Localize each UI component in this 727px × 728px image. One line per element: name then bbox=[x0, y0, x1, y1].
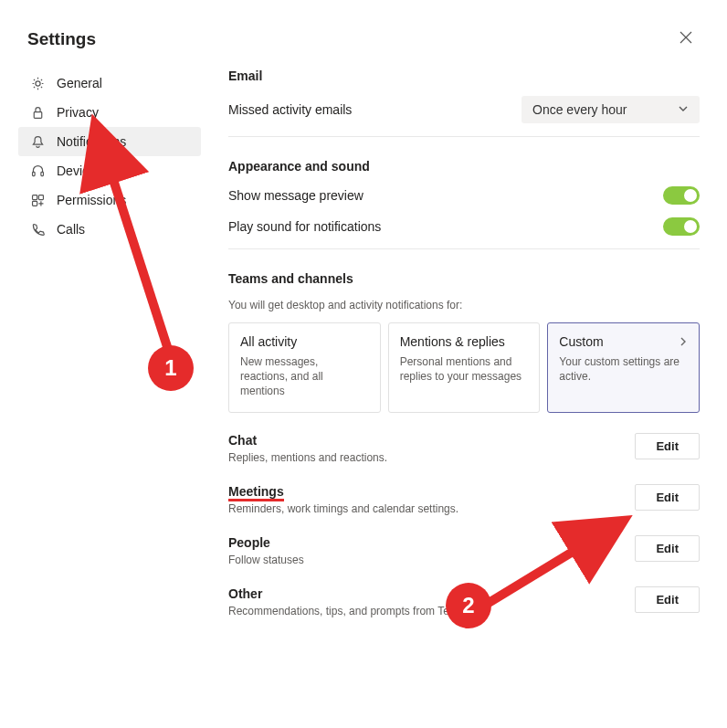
svg-rect-3 bbox=[40, 172, 43, 175]
svg-rect-2 bbox=[32, 172, 35, 175]
headset-icon bbox=[29, 163, 46, 179]
section-title: People bbox=[228, 535, 626, 550]
section-desc: Follow statuses bbox=[228, 554, 626, 566]
close-icon[interactable] bbox=[672, 26, 700, 52]
other-edit-button[interactable]: Edit bbox=[635, 586, 700, 613]
sidebar-item-label: General bbox=[57, 76, 102, 90]
section-title: Other bbox=[228, 586, 626, 601]
card-desc: Your custom settings are active. bbox=[559, 354, 688, 384]
card-mentions-replies[interactable]: Mentions & replies Personal mentions and… bbox=[388, 322, 541, 413]
section-divider bbox=[228, 136, 700, 137]
sidebar-item-label: Notifications bbox=[57, 134, 126, 149]
sidebar-item-label: Privacy bbox=[57, 105, 99, 120]
missed-emails-label: Missed activity emails bbox=[228, 102, 352, 117]
sidebar-item-general[interactable]: General bbox=[18, 69, 201, 98]
play-sound-toggle[interactable] bbox=[663, 217, 700, 236]
message-preview-toggle[interactable] bbox=[663, 186, 700, 205]
play-sound-label: Play sound for notifications bbox=[228, 219, 381, 234]
annotation-marker-1: 1 bbox=[148, 345, 194, 391]
svg-rect-4 bbox=[32, 195, 37, 199]
annotation-marker-2: 2 bbox=[446, 583, 491, 628]
teams-subtext: You will get desktop and activity notifi… bbox=[228, 299, 700, 311]
sidebar-item-notifications[interactable]: Notifications bbox=[18, 127, 201, 156]
section-title: Meetings bbox=[228, 484, 284, 499]
section-heading-email: Email bbox=[228, 69, 700, 83]
section-desc: Replies, mentions and reactions. bbox=[228, 451, 626, 464]
meetings-edit-button[interactable]: Edit bbox=[635, 484, 700, 511]
section-meetings: Meetings Reminders, work timings and cal… bbox=[228, 484, 700, 515]
svg-rect-6 bbox=[32, 201, 37, 206]
missed-emails-select[interactable]: Once every hour bbox=[522, 96, 700, 123]
section-desc: Recommendations, tips, and prompts from … bbox=[228, 605, 626, 617]
section-heading-teams: Teams and channels bbox=[228, 271, 700, 286]
people-edit-button[interactable]: Edit bbox=[635, 535, 700, 562]
card-title: All activity bbox=[240, 334, 297, 349]
card-desc: Personal mentions and replies to your me… bbox=[400, 354, 529, 384]
message-preview-label: Show message preview bbox=[228, 188, 364, 203]
chevron-down-icon bbox=[678, 102, 689, 117]
sidebar-item-calls[interactable]: Calls bbox=[18, 215, 201, 244]
sidebar-item-label: Permissions bbox=[57, 193, 126, 207]
phone-icon bbox=[29, 221, 46, 237]
bell-icon bbox=[29, 133, 46, 150]
section-people: People Follow statuses Edit bbox=[228, 535, 700, 566]
card-title: Mentions & replies bbox=[400, 334, 505, 349]
card-desc: New messages, reactions, and all mention… bbox=[240, 354, 369, 399]
sidebar: General Privacy Notifications Devices Pe… bbox=[18, 69, 201, 617]
card-all-activity[interactable]: All activity New messages, reactions, an… bbox=[228, 322, 381, 413]
section-chat: Chat Replies, mentions and reactions. Ed… bbox=[228, 433, 700, 464]
gear-icon bbox=[29, 75, 46, 91]
section-heading-appearance: Appearance and sound bbox=[228, 159, 700, 174]
chat-edit-button[interactable]: Edit bbox=[635, 433, 700, 459]
sidebar-item-privacy[interactable]: Privacy bbox=[18, 98, 201, 127]
svg-rect-5 bbox=[38, 195, 43, 199]
svg-point-0 bbox=[35, 80, 39, 85]
sidebar-item-label: Devices bbox=[57, 164, 102, 178]
sidebar-item-label: Calls bbox=[57, 222, 85, 237]
apps-icon bbox=[29, 192, 46, 208]
section-title: Chat bbox=[228, 433, 626, 448]
chevron-right-icon bbox=[679, 334, 688, 349]
card-title: Custom bbox=[559, 334, 603, 349]
lock-icon bbox=[29, 104, 46, 121]
card-custom[interactable]: Custom Your custom settings are active. bbox=[547, 322, 700, 413]
section-desc: Reminders, work timings and calendar set… bbox=[228, 502, 626, 515]
missed-emails-value: Once every hour bbox=[532, 102, 627, 117]
section-divider bbox=[228, 248, 700, 249]
svg-rect-1 bbox=[34, 111, 42, 118]
main-panel: Email Missed activity emails Once every … bbox=[201, 69, 718, 617]
sidebar-item-permissions[interactable]: Permissions bbox=[18, 185, 201, 215]
sidebar-item-devices[interactable]: Devices bbox=[18, 156, 201, 185]
page-title: Settings bbox=[27, 29, 96, 49]
